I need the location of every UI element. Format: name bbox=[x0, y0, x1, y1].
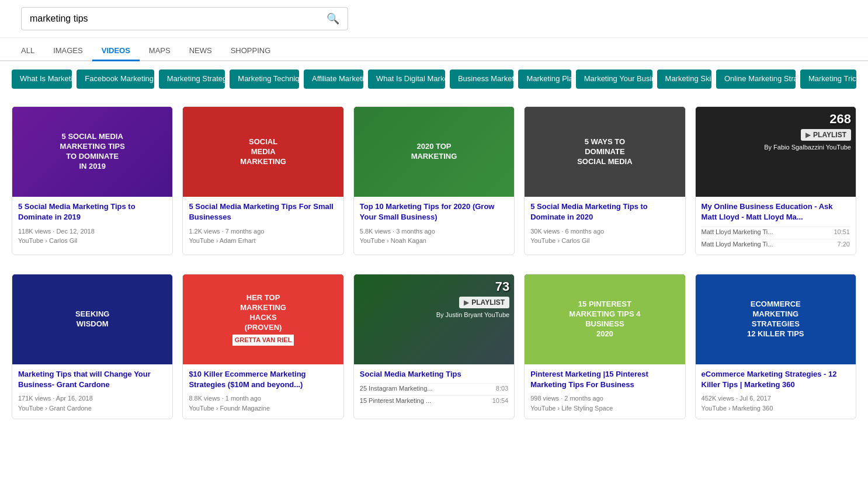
video-thumbnail: 11:16▶ECOMMERCEMARKETINGSTRATEGIES12 KIL… bbox=[696, 274, 856, 364]
video-title[interactable]: 5 Social Media Marketing Tips to Dominat… bbox=[18, 201, 166, 222]
video-title[interactable]: Social Media Marketing Tips bbox=[360, 369, 508, 380]
sub-video-title: Matt Lloyd Marketing Ti... bbox=[702, 228, 829, 235]
filter-chip[interactable]: Marketing Tricks bbox=[800, 69, 856, 89]
playlist-count: 268 bbox=[829, 112, 851, 127]
video-card[interactable]: 12:00▶SOCIALMEDIAMARKETING5 Social Media… bbox=[182, 106, 343, 255]
video-card[interactable]: 13:20▶2020 TOPMARKETINGTop 10 Marketing … bbox=[353, 106, 515, 255]
playlist-badge: 73▶PLAYLISTBy Justin Bryant YouTube bbox=[436, 279, 510, 319]
sub-video-item[interactable]: 15 Pinterest Marketing ...10:54 bbox=[360, 395, 508, 405]
video-title[interactable]: Top 10 Marketing Tips for 2020 (Grow You… bbox=[360, 201, 508, 222]
video-card[interactable]: 27:00▶SEEKINGWISDOMMarketing Tips that w… bbox=[12, 274, 173, 420]
video-info: Pinterest Marketing |15 Pinterest Market… bbox=[525, 364, 685, 419]
sub-video-item[interactable]: 25 Instagram Marketing...8:03 bbox=[360, 383, 508, 393]
video-card[interactable]: 73▶PLAYLISTBy Justin Bryant YouTubeSocia… bbox=[353, 274, 515, 420]
video-thumbnail: 268▶PLAYLISTBy Fabio Sgalbazzini YouTube bbox=[696, 107, 856, 197]
sub-video-title: 25 Instagram Marketing... bbox=[360, 385, 491, 392]
video-meta: 452K views · Jul 6, 2017YouTube › Market… bbox=[702, 394, 850, 413]
video-info: eCommerce Marketing Strategies - 12 Kill… bbox=[696, 364, 856, 419]
thumbnail-text: 5 WAYS TODOMINATESOCIAL MEDIA bbox=[572, 133, 637, 172]
search-icon[interactable]: 🔍 bbox=[327, 12, 339, 25]
filter-chip[interactable]: Marketing Your Business bbox=[576, 69, 652, 89]
video-meta: 8.8K views · 1 month agoYouTube › Foundr… bbox=[189, 394, 337, 413]
video-info: My Online Business Education - Ask Matt … bbox=[696, 197, 856, 254]
video-info: 5 Social Media Marketing Tips For Small … bbox=[183, 197, 343, 251]
thumbnail-text: ECOMMERCEMARKETINGSTRATEGIES12 KILLER TI… bbox=[742, 295, 809, 344]
video-info: $10 Killer Ecommerce Marketing Strategie… bbox=[183, 364, 343, 419]
playlist-label: PLAYLIST bbox=[471, 298, 505, 307]
video-thumbnail: 11:07▶5 SOCIAL MEDIAMARKETING TIPSTO DOM… bbox=[12, 107, 172, 197]
video-card[interactable]: 25:54▶15 PINTERESTMARKETING TIPS 4BUSINE… bbox=[524, 274, 685, 420]
video-meta: 118K views · Dec 12, 2018YouTube › Carlo… bbox=[18, 227, 166, 246]
filter-chip[interactable]: Marketing Techniques bbox=[230, 69, 299, 89]
playlist-by: By Fabio Sgalbazzini YouTube bbox=[764, 143, 851, 152]
filter-chip[interactable]: Marketing Strategies bbox=[159, 69, 225, 89]
thumbnail-text: 2020 TOPMARKETING bbox=[407, 137, 462, 166]
video-thumbnail: 27:00▶SEEKINGWISDOM bbox=[12, 274, 172, 364]
nav-tab-news[interactable]: NEWS bbox=[180, 41, 221, 61]
video-card[interactable]: 11:07▶5 SOCIAL MEDIAMARKETING TIPSTO DOM… bbox=[12, 106, 173, 255]
video-title[interactable]: 5 Social Media Marketing Tips For Small … bbox=[189, 201, 337, 222]
video-thumbnail: 15:46▶HER TOPMARKETINGHACKS(PROVEN)GRETT… bbox=[183, 274, 343, 364]
filter-chip[interactable]: Marketing Plan bbox=[518, 69, 571, 89]
video-title[interactable]: My Online Business Education - Ask Matt … bbox=[702, 201, 850, 222]
nav-tabs: ALLIMAGESVIDEOSMAPSNEWSSHOPPING bbox=[0, 38, 868, 61]
video-thumbnail: 6:32▶5 WAYS TODOMINATESOCIAL MEDIA bbox=[525, 107, 685, 197]
nav-tab-maps[interactable]: MAPS bbox=[140, 41, 180, 61]
nav-tab-all[interactable]: ALL bbox=[12, 41, 44, 61]
video-thumbnail: 25:54▶15 PINTERESTMARKETING TIPS 4BUSINE… bbox=[525, 274, 685, 364]
video-meta: 5.8K views · 3 months agoYouTube › Noah … bbox=[360, 227, 508, 246]
video-card[interactable]: 11:16▶ECOMMERCEMARKETINGSTRATEGIES12 KIL… bbox=[695, 274, 856, 420]
video-info: Social Media Marketing Tips25 Instagram … bbox=[354, 364, 514, 411]
video-title[interactable]: eCommerce Marketing Strategies - 12 Kill… bbox=[702, 369, 850, 390]
video-title[interactable]: 5 Social Media Marketing Tips to Dominat… bbox=[530, 201, 679, 222]
video-grid-row1: 11:07▶5 SOCIAL MEDIAMARKETING TIPSTO DOM… bbox=[0, 97, 868, 265]
video-title[interactable]: Marketing Tips that will Change Your Bus… bbox=[18, 369, 166, 390]
sub-video-duration: 8:03 bbox=[496, 385, 508, 392]
sub-video-duration: 10:51 bbox=[834, 228, 850, 235]
video-thumbnail: 12:00▶SOCIALMEDIAMARKETING bbox=[183, 107, 343, 197]
filter-chip[interactable]: What Is Marketing bbox=[12, 69, 72, 89]
video-thumbnail: 13:20▶2020 TOPMARKETING bbox=[354, 107, 514, 197]
video-meta: 998 views · 2 months agoYouTube › Life S… bbox=[530, 394, 679, 413]
thumbnail-text: HER TOPMARKETINGHACKS(PROVEN)GRETTA VAN … bbox=[228, 288, 299, 350]
playlist-count: 73 bbox=[495, 279, 509, 294]
sub-video-item[interactable]: Matt Lloyd Marketing Ti...10:51 bbox=[702, 227, 850, 236]
video-meta: 171K views · Apr 16, 2018YouTube › Grant… bbox=[18, 394, 166, 413]
playlist-play-icon: ▶ bbox=[805, 131, 811, 139]
video-card[interactable]: 15:46▶HER TOPMARKETINGHACKS(PROVEN)GRETT… bbox=[182, 274, 343, 420]
sub-video-duration: 10:54 bbox=[492, 397, 509, 404]
video-grid-row2: 27:00▶SEEKINGWISDOMMarketing Tips that w… bbox=[0, 265, 868, 429]
thumbnail-text: SOCIALMEDIAMARKETING bbox=[235, 133, 291, 172]
video-info: Marketing Tips that will Change Your Bus… bbox=[12, 364, 172, 419]
nav-tab-shopping[interactable]: SHOPPING bbox=[221, 41, 280, 61]
thumbnail-text: 15 PINTERESTMARKETING TIPS 4BUSINESS2020 bbox=[564, 295, 645, 344]
filter-chip[interactable]: Affiliate Marketing bbox=[304, 69, 363, 89]
video-title[interactable]: $10 Killer Ecommerce Marketing Strategie… bbox=[189, 369, 337, 390]
thumbnail-text: SEEKINGWISDOM bbox=[71, 305, 114, 334]
video-meta: 1.2K views · 7 months agoYouTube › Adam … bbox=[189, 227, 337, 246]
nav-tab-images[interactable]: IMAGES bbox=[44, 41, 92, 61]
sub-video-title: Matt Lloyd Marketing Ti... bbox=[702, 241, 833, 248]
video-thumbnail: 73▶PLAYLISTBy Justin Bryant YouTube bbox=[354, 274, 514, 364]
header: 🔍 bbox=[0, 0, 868, 38]
playlist-label: PLAYLIST bbox=[813, 131, 846, 139]
playlist-play-icon: ▶ bbox=[464, 298, 469, 307]
filter-chip[interactable]: Business Marketing bbox=[450, 69, 514, 89]
video-info: Top 10 Marketing Tips for 2020 (Grow You… bbox=[354, 197, 514, 251]
video-info: 5 Social Media Marketing Tips to Dominat… bbox=[525, 197, 685, 251]
thumbnail-text: 5 SOCIAL MEDIAMARKETING TIPSTO DOMINATEI… bbox=[55, 127, 130, 176]
filter-chip[interactable]: Facebook Marketing Tips bbox=[77, 69, 154, 89]
search-input[interactable] bbox=[30, 13, 322, 24]
video-info: 5 Social Media Marketing Tips to Dominat… bbox=[12, 197, 172, 251]
filter-row: What Is MarketingFacebook Marketing Tips… bbox=[0, 61, 868, 97]
video-title[interactable]: Pinterest Marketing |15 Pinterest Market… bbox=[530, 369, 679, 390]
video-card[interactable]: 268▶PLAYLISTBy Fabio Sgalbazzini YouTube… bbox=[695, 106, 856, 255]
playlist-badge: 268▶PLAYLISTBy Fabio Sgalbazzini YouTube bbox=[764, 112, 851, 152]
filter-chip[interactable]: Online Marketing Strategy bbox=[716, 69, 796, 89]
video-meta: 30K views · 6 months agoYouTube › Carlos… bbox=[530, 227, 679, 246]
filter-chip[interactable]: Marketing Skills bbox=[657, 69, 711, 89]
filter-chip[interactable]: What Is Digital Marketing bbox=[368, 69, 445, 89]
video-card[interactable]: 6:32▶5 WAYS TODOMINATESOCIAL MEDIA5 Soci… bbox=[524, 106, 685, 255]
nav-tab-videos[interactable]: VIDEOS bbox=[92, 41, 140, 61]
sub-video-item[interactable]: Matt Lloyd Marketing Ti...7:20 bbox=[702, 239, 850, 249]
